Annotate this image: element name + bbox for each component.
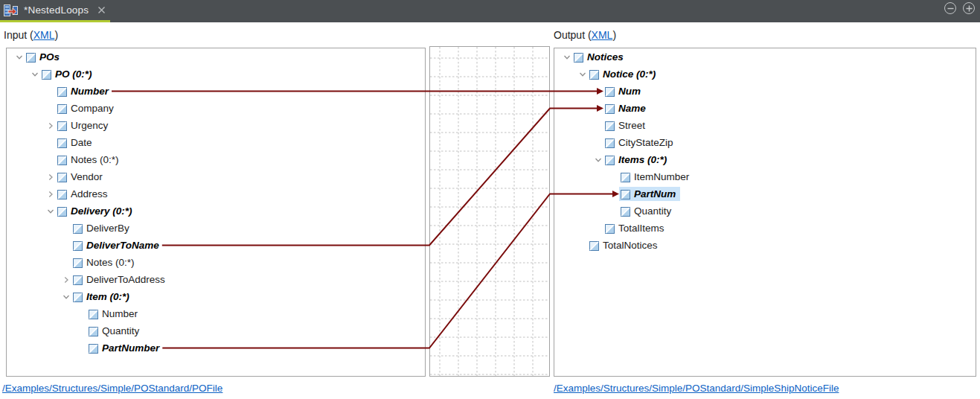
node-content: Urgency bbox=[56, 118, 112, 133]
tree-node[interactable]: PartNum bbox=[554, 185, 976, 202]
tree-node[interactable]: DeliverToName bbox=[7, 237, 425, 254]
tree-node[interactable]: POs bbox=[7, 48, 425, 66]
input-xml-link[interactable]: XML bbox=[33, 29, 55, 41]
chevron-spacer bbox=[61, 223, 71, 234]
tree-node[interactable]: Urgency bbox=[7, 117, 425, 134]
node-content: DeliverToName bbox=[71, 238, 164, 252]
xml-element-icon bbox=[57, 86, 67, 96]
node-label: DeliverToAddress bbox=[86, 274, 165, 285]
chevron-down-icon[interactable] bbox=[14, 52, 25, 63]
mapping-document-icon bbox=[4, 4, 18, 16]
output-header: Output (XML) bbox=[554, 29, 616, 41]
tree-node[interactable]: DeliverToAddress bbox=[7, 271, 425, 288]
node-label: Street bbox=[618, 120, 645, 131]
xml-element-icon bbox=[605, 223, 615, 233]
node-content: DeliverToAddress bbox=[71, 272, 170, 287]
output-header-close-paren: ) bbox=[612, 29, 616, 41]
output-tree: NoticesNotice (0:*)NumNameStreetCityStat… bbox=[554, 48, 976, 254]
chevron-down-icon[interactable] bbox=[593, 155, 603, 165]
node-label: Item (0:*) bbox=[86, 291, 129, 302]
tree-node[interactable]: PartNumber bbox=[7, 339, 425, 357]
active-tab-indicator bbox=[0, 20, 110, 22]
xml-element-icon bbox=[73, 292, 83, 301]
chevron-right-icon[interactable] bbox=[45, 172, 56, 182]
zoom-out-button[interactable] bbox=[944, 2, 956, 14]
chevron-right-icon[interactable] bbox=[45, 121, 56, 131]
node-label: Notes (0:*) bbox=[71, 154, 119, 165]
node-label: Number bbox=[71, 86, 109, 97]
chevron-spacer bbox=[609, 206, 619, 217]
node-content: Number bbox=[87, 307, 142, 321]
tree-node[interactable]: Quantity bbox=[554, 202, 976, 220]
xml-element-icon bbox=[57, 103, 67, 113]
tree-node[interactable]: Notices bbox=[554, 48, 976, 66]
node-label: Notice (0:*) bbox=[603, 68, 656, 80]
node-content: Notes (0:*) bbox=[71, 255, 139, 269]
selected-node: PartNum bbox=[619, 187, 680, 201]
tree-node[interactable]: Notice (0:*) bbox=[554, 66, 976, 83]
tree-node[interactable]: Items (0:*) bbox=[554, 151, 976, 168]
node-content: Notes (0:*) bbox=[56, 153, 124, 167]
tree-node[interactable]: Street bbox=[554, 117, 976, 134]
tree-node[interactable]: Item (0:*) bbox=[7, 288, 425, 305]
tree-node[interactable]: Num bbox=[554, 83, 976, 100]
tree-node[interactable]: TotalItems bbox=[554, 220, 976, 237]
tab-close-icon[interactable] bbox=[96, 5, 106, 16]
tree-node[interactable]: Quantity bbox=[7, 322, 425, 339]
chevron-down-icon[interactable] bbox=[562, 52, 572, 63]
tree-node[interactable]: Date bbox=[7, 134, 425, 151]
tree-node[interactable]: CityStateZip bbox=[554, 134, 976, 151]
chevron-spacer bbox=[593, 103, 603, 114]
tree-node[interactable]: ItemNumber bbox=[554, 168, 976, 185]
tab-title: *NestedLoops bbox=[24, 4, 89, 16]
tree-node[interactable]: TotalNotices bbox=[554, 237, 976, 254]
node-content: TotalNotices bbox=[588, 238, 662, 252]
node-content: Number bbox=[56, 84, 113, 98]
tree-node[interactable]: Notes (0:*) bbox=[7, 254, 425, 271]
tree-node[interactable]: Notes (0:*) bbox=[7, 151, 425, 168]
tree-node[interactable]: Delivery (0:*) bbox=[7, 202, 425, 220]
xml-element-icon bbox=[605, 155, 615, 165]
chevron-down-icon[interactable] bbox=[45, 206, 56, 217]
node-label: PartNumber bbox=[102, 342, 159, 354]
input-header-text: Input ( bbox=[4, 29, 33, 41]
chevron-right-icon[interactable] bbox=[61, 275, 71, 285]
node-content: Notices bbox=[572, 50, 628, 64]
tree-node[interactable]: Company bbox=[7, 100, 425, 117]
xml-element-icon bbox=[89, 343, 98, 353]
tree-node[interactable]: Number bbox=[7, 83, 425, 100]
xml-element-icon bbox=[605, 121, 615, 130]
chevron-down-icon[interactable] bbox=[61, 292, 71, 302]
node-label: Quantity bbox=[102, 325, 139, 336]
target-file-path-link[interactable]: /Examples/Structures/Simple/POStandard/S… bbox=[554, 383, 839, 394]
chevron-down-icon[interactable] bbox=[577, 69, 588, 80]
tree-node[interactable]: Vendor bbox=[7, 168, 425, 185]
node-label: Date bbox=[71, 137, 92, 148]
node-label: Notices bbox=[587, 51, 624, 63]
xml-element-icon bbox=[89, 309, 98, 319]
zoom-in-button[interactable] bbox=[963, 2, 975, 14]
chevron-right-icon[interactable] bbox=[45, 189, 56, 200]
tree-node[interactable]: PO (0:*) bbox=[7, 66, 425, 83]
chevron-down-icon[interactable] bbox=[30, 69, 40, 80]
chevron-spacer bbox=[77, 343, 87, 354]
node-content: Name bbox=[603, 101, 650, 115]
node-label: PO (0:*) bbox=[55, 68, 92, 80]
xml-element-icon bbox=[57, 121, 67, 130]
xml-element-icon bbox=[57, 155, 67, 165]
chevron-spacer bbox=[61, 240, 71, 251]
tree-node[interactable]: Name bbox=[554, 100, 976, 117]
tree-node[interactable]: DeliverBy bbox=[7, 220, 425, 237]
tree-node[interactable]: Number bbox=[7, 305, 425, 322]
document-tab[interactable]: *NestedLoops bbox=[0, 0, 110, 20]
xml-element-icon bbox=[621, 189, 630, 199]
xml-element-icon bbox=[621, 206, 630, 216]
chevron-spacer bbox=[45, 86, 56, 97]
output-xml-link[interactable]: XML bbox=[592, 29, 613, 41]
input-tree: POsPO (0:*)NumberCompanyUrgencyDateNotes… bbox=[7, 48, 425, 357]
chevron-spacer bbox=[609, 172, 619, 182]
tree-node[interactable]: Address bbox=[7, 185, 425, 202]
source-file-path-link[interactable]: /Examples/Structures/Simple/POStandard/P… bbox=[2, 383, 222, 394]
mapping-grid-panel bbox=[429, 46, 550, 377]
node-label: Quantity bbox=[634, 205, 671, 217]
